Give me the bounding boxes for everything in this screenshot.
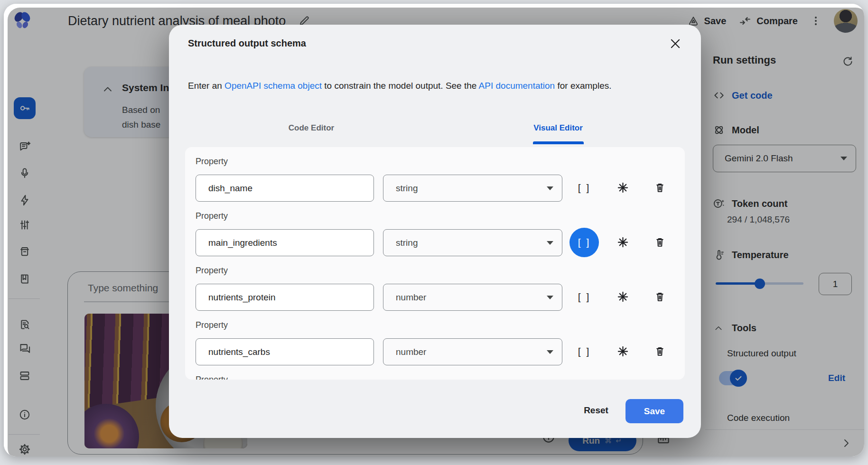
property-label: Property bbox=[196, 266, 228, 276]
delete-property-icon[interactable] bbox=[653, 236, 666, 249]
property-row: string [ ] bbox=[185, 175, 685, 202]
array-toggle-button[interactable]: [ ] bbox=[569, 173, 599, 203]
required-asterisk-icon[interactable] bbox=[616, 181, 629, 194]
property-name-input[interactable] bbox=[196, 338, 374, 365]
page: Dietary nutrient analysis of meal photo … bbox=[0, 0, 868, 465]
property-row: number [ ] bbox=[185, 338, 685, 365]
property-label: Property bbox=[196, 157, 228, 167]
property-type-select[interactable]: number bbox=[383, 284, 562, 311]
property-type-value: number bbox=[396, 347, 426, 357]
property-row: string [ ] bbox=[185, 229, 685, 256]
delete-property-icon[interactable] bbox=[653, 290, 666, 303]
required-asterisk-icon[interactable] bbox=[616, 236, 629, 249]
api-documentation-link[interactable]: API documentation bbox=[479, 81, 555, 91]
required-asterisk-icon[interactable] bbox=[616, 290, 629, 303]
delete-property-icon[interactable] bbox=[653, 181, 666, 194]
reset-button[interactable]: Reset bbox=[572, 405, 620, 416]
required-asterisk-icon[interactable] bbox=[616, 345, 629, 358]
description-text: to constrain the model output. See the bbox=[322, 81, 479, 91]
property-type-select[interactable]: string bbox=[383, 175, 562, 202]
property-name-input[interactable] bbox=[196, 229, 374, 256]
property-name-input[interactable] bbox=[196, 284, 374, 311]
description-text: Enter an bbox=[188, 81, 224, 91]
structured-output-schema-modal: Structured output schema Enter an OpenAP… bbox=[169, 25, 701, 438]
description-text: for examples. bbox=[555, 81, 611, 91]
chevron-down-icon bbox=[547, 296, 553, 299]
tab-code-editor[interactable]: Code Editor bbox=[273, 123, 349, 133]
property-type-value: string bbox=[396, 238, 418, 248]
property-label: Property bbox=[196, 211, 228, 221]
array-toggle-button[interactable]: [ ] bbox=[569, 282, 599, 312]
delete-property-icon[interactable] bbox=[653, 345, 666, 358]
tab-visual-editor[interactable]: Visual Editor bbox=[520, 123, 596, 133]
property-label: Property bbox=[196, 320, 228, 330]
property-type-select[interactable]: string bbox=[383, 229, 562, 256]
chevron-down-icon bbox=[547, 186, 553, 190]
openapi-schema-link[interactable]: OpenAPI schema object bbox=[224, 81, 322, 91]
property-name-input[interactable] bbox=[196, 175, 374, 202]
modal-title: Structured output schema bbox=[188, 38, 306, 49]
chevron-down-icon bbox=[547, 350, 553, 354]
property-row: number [ ] bbox=[185, 284, 685, 311]
modal-description: Enter an OpenAPI schema object to constr… bbox=[188, 81, 611, 91]
chevron-down-icon bbox=[547, 241, 553, 245]
close-icon[interactable] bbox=[669, 37, 682, 50]
schema-properties-sheet: Property string [ ] Property string bbox=[185, 147, 685, 380]
property-type-value: number bbox=[396, 292, 426, 303]
array-toggle-button-active[interactable]: [ ] bbox=[569, 228, 599, 257]
active-tab-indicator bbox=[533, 141, 584, 144]
property-type-select[interactable]: number bbox=[383, 338, 562, 365]
property-label-clipped: Property bbox=[196, 375, 228, 380]
property-type-value: string bbox=[396, 183, 418, 194]
array-toggle-button[interactable]: [ ] bbox=[569, 337, 599, 366]
modal-save-button[interactable]: Save bbox=[625, 399, 683, 423]
